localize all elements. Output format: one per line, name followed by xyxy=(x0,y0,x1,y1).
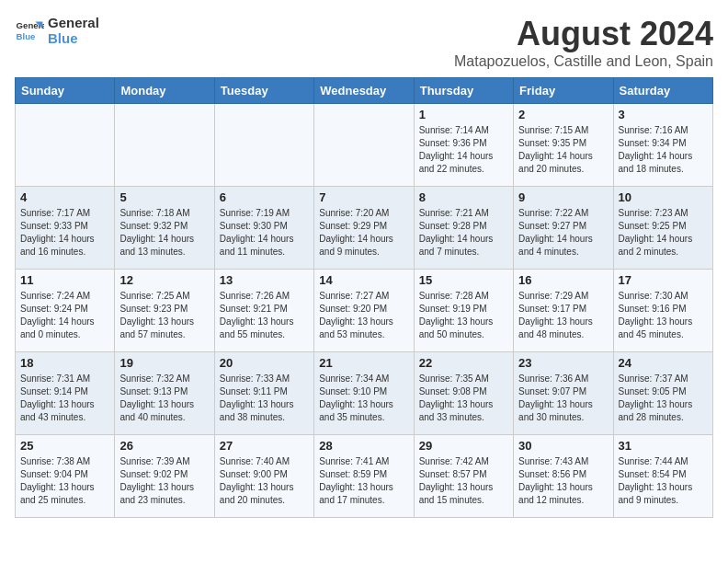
day-cell: 15Sunrise: 7:28 AMSunset: 9:19 PMDayligh… xyxy=(414,270,513,352)
day-number: 31 xyxy=(619,439,708,453)
day-content: Sunrise: 7:28 AMSunset: 9:19 PMDaylight:… xyxy=(419,290,508,341)
day-content: Sunrise: 7:42 AMSunset: 8:57 PMDaylight:… xyxy=(419,455,508,507)
day-cell: 26Sunrise: 7:39 AMSunset: 9:02 PMDayligh… xyxy=(115,435,214,518)
day-cell: 27Sunrise: 7:40 AMSunset: 9:00 PMDayligh… xyxy=(214,435,313,518)
day-number: 15 xyxy=(419,273,508,287)
day-number: 16 xyxy=(518,273,608,287)
day-content: Sunrise: 7:39 AMSunset: 9:02 PMDaylight:… xyxy=(119,455,209,507)
column-header-friday: Friday xyxy=(514,78,613,104)
column-header-wednesday: Wednesday xyxy=(314,78,414,104)
day-cell: 28Sunrise: 7:41 AMSunset: 8:59 PMDayligh… xyxy=(314,435,414,518)
day-cell: 3Sunrise: 7:16 AMSunset: 9:34 PMDaylight… xyxy=(613,104,712,187)
week-row-3: 11Sunrise: 7:24 AMSunset: 9:24 PMDayligh… xyxy=(16,270,713,352)
day-content: Sunrise: 7:37 AMSunset: 9:05 PMDaylight:… xyxy=(619,373,708,424)
day-number: 2 xyxy=(518,108,608,121)
day-number: 6 xyxy=(220,190,309,204)
day-cell: 24Sunrise: 7:37 AMSunset: 9:05 PMDayligh… xyxy=(613,352,712,435)
column-header-tuesday: Tuesday xyxy=(214,78,313,104)
day-content: Sunrise: 7:23 AMSunset: 9:25 PMDaylight:… xyxy=(619,207,708,259)
week-row-4: 18Sunrise: 7:31 AMSunset: 9:14 PMDayligh… xyxy=(16,352,713,435)
day-number: 3 xyxy=(619,108,708,121)
day-number: 5 xyxy=(119,190,209,204)
day-cell xyxy=(314,104,414,187)
day-number: 14 xyxy=(319,273,408,287)
day-content: Sunrise: 7:41 AMSunset: 8:59 PMDaylight:… xyxy=(319,455,408,507)
day-content: Sunrise: 7:14 AMSunset: 9:36 PMDaylight:… xyxy=(419,124,508,176)
day-number: 21 xyxy=(319,356,408,370)
day-number: 12 xyxy=(119,273,209,287)
week-row-1: 1Sunrise: 7:14 AMSunset: 9:36 PMDaylight… xyxy=(16,104,713,187)
day-content: Sunrise: 7:26 AMSunset: 9:21 PMDaylight:… xyxy=(220,290,309,341)
calendar-table: SundayMondayTuesdayWednesdayThursdayFrid… xyxy=(15,77,713,518)
day-number: 25 xyxy=(20,439,109,453)
day-cell: 11Sunrise: 7:24 AMSunset: 9:24 PMDayligh… xyxy=(16,270,115,352)
day-cell: 4Sunrise: 7:17 AMSunset: 9:33 PMDaylight… xyxy=(16,187,115,270)
day-cell: 14Sunrise: 7:27 AMSunset: 9:20 PMDayligh… xyxy=(314,270,414,352)
day-number: 11 xyxy=(20,273,109,287)
day-number: 30 xyxy=(518,439,608,453)
logo: General Blue General Blue xyxy=(15,15,99,46)
day-cell: 25Sunrise: 7:38 AMSunset: 9:04 PMDayligh… xyxy=(16,435,115,518)
day-content: Sunrise: 7:20 AMSunset: 9:29 PMDaylight:… xyxy=(319,207,408,259)
svg-text:Blue: Blue xyxy=(17,31,36,41)
day-cell: 10Sunrise: 7:23 AMSunset: 9:25 PMDayligh… xyxy=(613,187,712,270)
day-number: 28 xyxy=(319,439,408,453)
day-number: 23 xyxy=(518,356,608,370)
day-content: Sunrise: 7:34 AMSunset: 9:10 PMDaylight:… xyxy=(319,373,408,424)
column-header-sunday: Sunday xyxy=(16,78,115,104)
day-cell: 6Sunrise: 7:19 AMSunset: 9:30 PMDaylight… xyxy=(214,187,313,270)
day-cell: 13Sunrise: 7:26 AMSunset: 9:21 PMDayligh… xyxy=(214,270,313,352)
day-number: 22 xyxy=(419,356,508,370)
day-number: 7 xyxy=(319,190,408,204)
day-content: Sunrise: 7:18 AMSunset: 9:32 PMDaylight:… xyxy=(119,207,209,259)
day-cell: 17Sunrise: 7:30 AMSunset: 9:16 PMDayligh… xyxy=(613,270,712,352)
day-content: Sunrise: 7:19 AMSunset: 9:30 PMDaylight:… xyxy=(220,207,309,259)
day-cell: 18Sunrise: 7:31 AMSunset: 9:14 PMDayligh… xyxy=(16,352,115,435)
day-number: 13 xyxy=(220,273,309,287)
day-number: 19 xyxy=(119,356,209,370)
day-cell: 20Sunrise: 7:33 AMSunset: 9:11 PMDayligh… xyxy=(214,352,313,435)
day-number: 1 xyxy=(419,108,508,121)
day-cell: 19Sunrise: 7:32 AMSunset: 9:13 PMDayligh… xyxy=(115,352,214,435)
day-number: 17 xyxy=(619,273,708,287)
day-cell: 2Sunrise: 7:15 AMSunset: 9:35 PMDaylight… xyxy=(514,104,613,187)
day-content: Sunrise: 7:43 AMSunset: 8:56 PMDaylight:… xyxy=(518,455,608,507)
week-row-2: 4Sunrise: 7:17 AMSunset: 9:33 PMDaylight… xyxy=(16,187,713,270)
day-cell: 31Sunrise: 7:44 AMSunset: 8:54 PMDayligh… xyxy=(613,435,712,518)
day-content: Sunrise: 7:29 AMSunset: 9:17 PMDaylight:… xyxy=(518,290,608,341)
day-content: Sunrise: 7:30 AMSunset: 9:16 PMDaylight:… xyxy=(619,290,708,341)
day-cell: 23Sunrise: 7:36 AMSunset: 9:07 PMDayligh… xyxy=(514,352,613,435)
logo-icon: General Blue xyxy=(15,16,44,45)
day-number: 8 xyxy=(419,190,508,204)
week-row-5: 25Sunrise: 7:38 AMSunset: 9:04 PMDayligh… xyxy=(16,435,713,518)
calendar-subtitle: Matapozuelos, Castille and Leon, Spain xyxy=(454,53,713,70)
day-cell: 22Sunrise: 7:35 AMSunset: 9:08 PMDayligh… xyxy=(414,352,513,435)
day-content: Sunrise: 7:27 AMSunset: 9:20 PMDaylight:… xyxy=(319,290,408,341)
day-cell: 16Sunrise: 7:29 AMSunset: 9:17 PMDayligh… xyxy=(514,270,613,352)
day-cell xyxy=(214,104,313,187)
day-cell: 8Sunrise: 7:21 AMSunset: 9:28 PMDaylight… xyxy=(414,187,513,270)
day-cell: 21Sunrise: 7:34 AMSunset: 9:10 PMDayligh… xyxy=(314,352,414,435)
day-content: Sunrise: 7:32 AMSunset: 9:13 PMDaylight:… xyxy=(119,373,209,424)
calendar-title: August 2024 xyxy=(454,15,713,53)
day-number: 27 xyxy=(220,439,309,453)
day-cell: 12Sunrise: 7:25 AMSunset: 9:23 PMDayligh… xyxy=(115,270,214,352)
day-cell: 9Sunrise: 7:22 AMSunset: 9:27 PMDaylight… xyxy=(514,187,613,270)
title-section: August 2024 Matapozuelos, Castille and L… xyxy=(454,15,713,70)
logo-line2: Blue xyxy=(48,30,99,46)
day-number: 26 xyxy=(119,439,209,453)
day-cell: 29Sunrise: 7:42 AMSunset: 8:57 PMDayligh… xyxy=(414,435,513,518)
day-content: Sunrise: 7:15 AMSunset: 9:35 PMDaylight:… xyxy=(518,124,608,176)
day-content: Sunrise: 7:38 AMSunset: 9:04 PMDaylight:… xyxy=(20,455,109,507)
day-cell: 5Sunrise: 7:18 AMSunset: 9:32 PMDaylight… xyxy=(115,187,214,270)
column-header-thursday: Thursday xyxy=(414,78,513,104)
day-cell xyxy=(16,104,115,187)
day-cell xyxy=(115,104,214,187)
day-content: Sunrise: 7:21 AMSunset: 9:28 PMDaylight:… xyxy=(419,207,508,259)
day-number: 10 xyxy=(619,190,708,204)
day-cell: 7Sunrise: 7:20 AMSunset: 9:29 PMDaylight… xyxy=(314,187,414,270)
day-number: 9 xyxy=(518,190,608,204)
day-number: 20 xyxy=(220,356,309,370)
day-content: Sunrise: 7:31 AMSunset: 9:14 PMDaylight:… xyxy=(20,373,109,424)
day-number: 18 xyxy=(20,356,109,370)
